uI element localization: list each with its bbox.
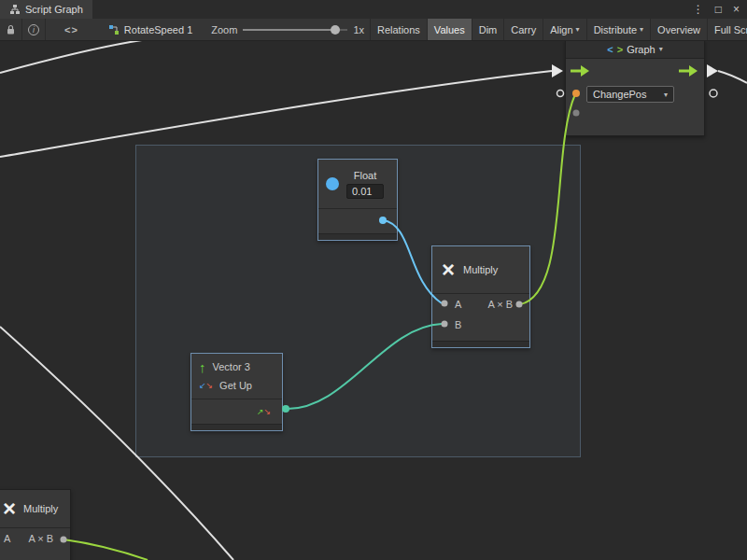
graph-reference-label: RotateSpeed 1 (124, 24, 192, 35)
vector-output-icon: ↗↘ (257, 408, 271, 416)
zoom-label: Zoom (211, 24, 237, 35)
graph-unit-node[interactable]: <> Graph ▾ ChangePos ▾ (565, 41, 705, 136)
values-button[interactable]: Values (427, 19, 472, 40)
float-node[interactable]: Float 0.01 (317, 159, 398, 241)
flow-arrowhead-in (552, 64, 563, 77)
script-graph-icon (9, 4, 21, 15)
align-label: Align (550, 24, 572, 35)
code-bracket-right-icon: > (617, 44, 623, 55)
multiply-node-title: Multiply (463, 264, 498, 275)
graph-dropdown-label: Graph (627, 44, 655, 55)
relations-label: Relations (377, 24, 420, 35)
wire-white-topleft (0, 41, 142, 73)
wire-white-from-graph-output (718, 71, 747, 83)
chevron-down-icon: ▾ (640, 25, 643, 34)
float-value-input[interactable]: 0.01 (346, 184, 384, 199)
port-label-out: A × B (28, 533, 53, 544)
port-label-a: A (455, 299, 461, 310)
chevron-down-icon: ▾ (664, 91, 668, 99)
script-graph-asset-icon (108, 24, 120, 35)
multiply-node-2-title: Multiply (23, 503, 58, 514)
code-bracket-left-icon: < (607, 44, 613, 55)
distribute-label: Distribute (594, 24, 637, 35)
get-up-node[interactable]: ↑ Vector 3 ↙↘ Get Up ↗↘ (190, 353, 283, 431)
zoom-value: 1x (353, 24, 364, 35)
align-button[interactable]: Align ▾ (543, 19, 585, 40)
multiply-icon: × (3, 497, 16, 520)
changepos-label: ChangePos (593, 89, 647, 100)
zoom-slider-fill (243, 29, 335, 31)
vector-arrows-icon: ↙↘ (199, 382, 213, 390)
tab-script-graph[interactable]: Script Graph (0, 0, 92, 19)
code-icon: <> (64, 24, 78, 35)
lock-button[interactable] (0, 19, 22, 40)
graph-dropdown[interactable]: <> Graph ▾ (566, 41, 704, 59)
float-icon (326, 177, 339, 190)
carry-button[interactable]: Carry (503, 19, 543, 40)
carry-label: Carry (511, 24, 536, 35)
vector3-title: Vector 3 (213, 361, 250, 372)
up-arrow-icon: ↑ (199, 360, 206, 374)
dim-button[interactable]: Dim (472, 19, 504, 40)
node-footer (191, 424, 282, 430)
relations-button[interactable]: Relations (370, 19, 427, 40)
info-button[interactable]: i (22, 19, 46, 40)
chevron-down-icon: ▾ (576, 25, 580, 34)
float-node-title: Float (354, 170, 376, 181)
window-titlebar: Script Graph ⋮ □ × (0, 0, 747, 19)
get-up-subtitle: Get Up (219, 380, 252, 391)
multiply-node-2[interactable]: × Multiply A A × B (0, 489, 71, 560)
full-screen-button[interactable]: Full Screen (707, 19, 747, 40)
close-icon[interactable]: × (733, 3, 740, 16)
flow-arrowhead-out (707, 64, 718, 77)
port-label-b: B (455, 319, 461, 330)
dim-label: Dim (479, 24, 498, 35)
zoom-slider[interactable] (243, 24, 347, 35)
more-icon[interactable]: ⋮ (693, 3, 704, 16)
changepos-dropdown[interactable]: ChangePos ▾ (586, 86, 674, 103)
maximize-icon[interactable]: □ (715, 3, 722, 16)
graph-canvas[interactable]: Float 0.01 × Multiply A A × B B ↑ Vector… (0, 41, 747, 560)
graph-toolbar: i <> RotateSpeed 1 Zoom 1x Relations Val… (0, 19, 747, 41)
node-footer (318, 233, 397, 240)
wire-multiply2-output (63, 539, 148, 560)
port-label-a: A (4, 533, 10, 544)
chevron-down-icon: ▾ (659, 45, 663, 53)
graph-reference-breadcrumb[interactable]: RotateSpeed 1 (108, 24, 192, 35)
info-icon: i (28, 24, 39, 35)
lock-icon (6, 24, 16, 35)
zoom-slider-handle[interactable] (331, 25, 340, 35)
values-label: Values (434, 24, 465, 35)
code-view-button[interactable]: <> (59, 19, 84, 40)
full-screen-label: Full Screen (714, 24, 747, 35)
port-label-out: A × B (487, 299, 513, 310)
overview-label: Overview (657, 24, 700, 35)
unconnected-port-right[interactable] (710, 90, 717, 97)
multiply-icon: × (442, 259, 455, 281)
multiply-node[interactable]: × Multiply A A × B B (431, 245, 530, 348)
node-footer (432, 341, 529, 347)
window-title: Script Graph (25, 4, 83, 15)
unconnected-port-left[interactable] (557, 91, 564, 97)
distribute-button[interactable]: Distribute ▾ (586, 19, 650, 40)
overview-button[interactable]: Overview (650, 19, 707, 40)
